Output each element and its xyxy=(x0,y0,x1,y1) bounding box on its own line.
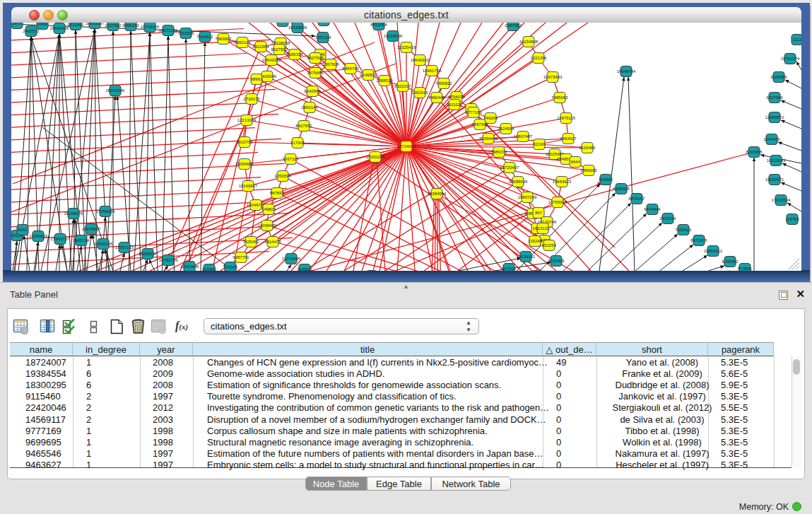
svg-text:746266: 746266 xyxy=(483,116,498,120)
svg-text:3675685: 3675685 xyxy=(307,71,324,75)
svg-text:16671355: 16671355 xyxy=(159,28,178,33)
svg-text:0899695: 0899695 xyxy=(580,168,597,173)
svg-text:12213369: 12213369 xyxy=(237,118,257,122)
svg-text:1244415: 1244415 xyxy=(763,137,780,141)
svg-text:6794028: 6794028 xyxy=(448,95,465,99)
svg-text:62160: 62160 xyxy=(534,142,546,146)
svg-text:873591: 873591 xyxy=(738,267,753,271)
svg-text:6914479: 6914479 xyxy=(264,240,281,244)
svg-text:1353594: 1353594 xyxy=(274,174,291,178)
svg-text:887833: 887833 xyxy=(270,191,285,195)
svg-text:16961758: 16961758 xyxy=(423,69,442,73)
svg-text:26206576: 26206576 xyxy=(64,211,83,216)
svg-text:16033809: 16033809 xyxy=(288,25,307,30)
svg-text:15720407: 15720407 xyxy=(500,165,519,170)
svg-text:8471676: 8471676 xyxy=(690,238,707,243)
svg-text:10807487: 10807487 xyxy=(514,134,533,139)
svg-text:8454749: 8454749 xyxy=(342,66,359,71)
svg-text:7963822: 7963822 xyxy=(215,37,232,41)
svg-text:7516612: 7516612 xyxy=(196,35,213,39)
svg-text:5814: 5814 xyxy=(278,23,288,23)
svg-text:116753: 116753 xyxy=(785,217,799,221)
svg-text:7515526: 7515526 xyxy=(177,31,194,35)
svg-text:15300293: 15300293 xyxy=(366,155,385,159)
svg-text:9227349: 9227349 xyxy=(766,95,783,100)
svg-text:15751074: 15751074 xyxy=(781,57,800,61)
svg-text:10719155: 10719155 xyxy=(141,25,160,29)
svg-text:1112: 1112 xyxy=(793,37,801,42)
svg-text:8813054: 8813054 xyxy=(370,23,387,27)
svg-text:9146821: 9146821 xyxy=(360,73,377,77)
svg-text:1875: 1875 xyxy=(12,23,22,25)
svg-text:10975867: 10975867 xyxy=(82,227,101,231)
svg-text:2367608: 2367608 xyxy=(322,62,339,66)
svg-text:98961: 98961 xyxy=(251,77,263,81)
svg-text:20691406: 20691406 xyxy=(50,26,69,30)
svg-text:3624554: 3624554 xyxy=(498,127,514,131)
svg-text:9627500: 9627500 xyxy=(271,47,288,52)
svg-text:28053346: 28053346 xyxy=(106,88,125,93)
svg-text:9329966: 9329966 xyxy=(770,75,787,79)
svg-text:8322037: 8322037 xyxy=(394,84,411,88)
svg-text:11156829: 11156829 xyxy=(29,234,47,238)
svg-text:17957223: 17957223 xyxy=(115,245,134,250)
svg-text:11325419: 11325419 xyxy=(397,45,416,49)
svg-text:17359924: 17359924 xyxy=(96,209,115,214)
svg-text:15718485: 15718485 xyxy=(282,257,301,261)
svg-text:10973493: 10973493 xyxy=(543,75,563,79)
svg-text:7357224: 7357224 xyxy=(314,35,331,40)
svg-text:9463627: 9463627 xyxy=(560,136,577,141)
svg-text:1362615: 1362615 xyxy=(411,90,428,95)
svg-text:10543382: 10543382 xyxy=(262,58,281,62)
svg-text:7955812: 7955812 xyxy=(435,81,452,86)
svg-text:19166827: 19166827 xyxy=(239,184,258,188)
svg-text:947216: 947216 xyxy=(502,267,517,271)
svg-text:1733426: 1733426 xyxy=(548,259,565,263)
svg-text:1221396: 1221396 xyxy=(530,56,547,60)
svg-text:9511940: 9511940 xyxy=(68,23,85,27)
svg-text:824502: 824502 xyxy=(298,267,312,271)
svg-text:5938928: 5938928 xyxy=(613,187,630,191)
svg-text:9777169: 9777169 xyxy=(465,110,482,115)
svg-text:9627508: 9627508 xyxy=(307,56,324,60)
svg-text:976345: 976345 xyxy=(223,265,238,269)
svg-text:8427552: 8427552 xyxy=(295,124,312,128)
svg-text:164095: 164095 xyxy=(599,177,613,182)
svg-text:6466160: 6466160 xyxy=(122,23,139,28)
svg-text:5061: 5061 xyxy=(18,228,28,232)
svg-text:10653267: 10653267 xyxy=(86,23,105,25)
svg-text:10958107: 10958107 xyxy=(139,252,158,256)
svg-text:2803144: 2803144 xyxy=(301,105,318,110)
svg-text:10756928: 10756928 xyxy=(548,200,567,204)
svg-text:9644: 9644 xyxy=(570,160,580,164)
svg-text:9474444: 9474444 xyxy=(644,207,661,211)
svg-text:1621022: 1621022 xyxy=(446,103,463,107)
svg-text:16782759: 16782759 xyxy=(159,258,178,262)
svg-text:252254: 252254 xyxy=(542,243,557,247)
svg-text:12975115: 12975115 xyxy=(557,116,576,120)
svg-text:8215955: 8215955 xyxy=(746,150,763,154)
svg-text:6879197: 6879197 xyxy=(628,197,645,201)
svg-text:10654112: 10654112 xyxy=(704,249,723,253)
svg-text:915342: 915342 xyxy=(202,267,217,271)
svg-text:1010755: 1010755 xyxy=(236,140,253,144)
svg-text:9245052: 9245052 xyxy=(722,259,739,264)
svg-text:16154808: 16154808 xyxy=(519,40,539,44)
svg-text:17942757: 17942757 xyxy=(51,237,70,241)
svg-text:14099489: 14099489 xyxy=(258,223,277,228)
svg-text:18724007: 18724007 xyxy=(397,144,416,148)
svg-text:12093872: 12093872 xyxy=(765,115,784,119)
svg-text:149822: 149822 xyxy=(261,207,276,211)
svg-text:317006: 317006 xyxy=(290,141,305,145)
svg-text:19384554: 19384554 xyxy=(428,192,447,196)
svg-text:17016504: 17016504 xyxy=(772,198,791,202)
svg-text:18807249: 18807249 xyxy=(518,195,537,199)
svg-text:1527602: 1527602 xyxy=(105,23,122,28)
svg-text:2935114: 2935114 xyxy=(660,216,677,221)
svg-text:12505135: 12505135 xyxy=(94,242,113,246)
svg-text:7625402: 7625402 xyxy=(242,240,259,244)
svg-text:10688609: 10688609 xyxy=(509,180,528,184)
svg-text:12923446: 12923446 xyxy=(180,264,199,269)
svg-text:7032621: 7032621 xyxy=(675,228,692,232)
svg-text:1588520: 1588520 xyxy=(376,78,393,83)
